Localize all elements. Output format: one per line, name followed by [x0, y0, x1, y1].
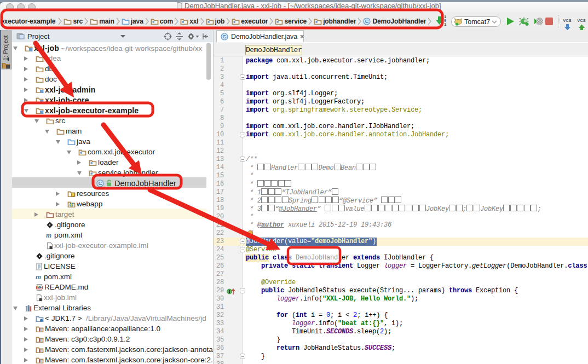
svg-text:M: M — [37, 286, 40, 289]
svg-text:C: C — [99, 181, 102, 186]
svg-text:C: C — [365, 19, 369, 24]
svg-text:C: C — [223, 34, 227, 39]
